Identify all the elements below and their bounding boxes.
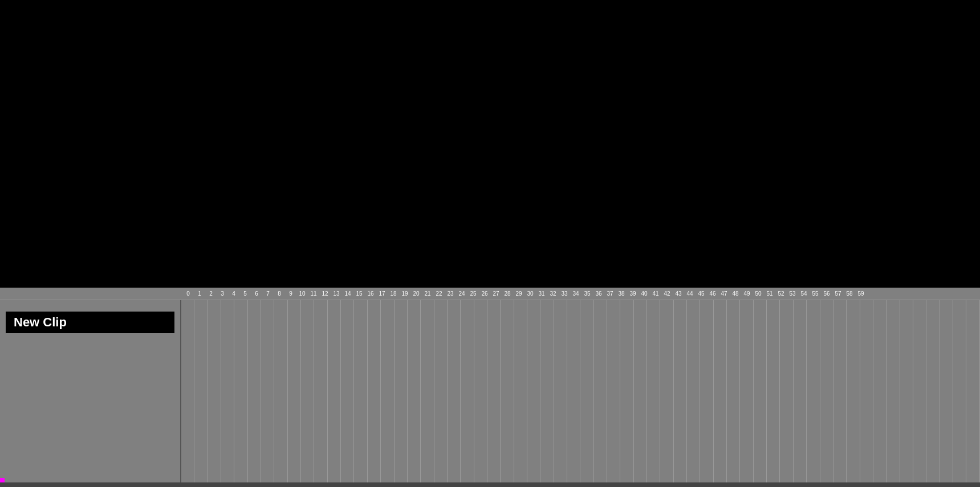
grid-column-59 (966, 300, 979, 482)
grid-column-18 (421, 300, 434, 482)
grid-column-33 (620, 300, 633, 482)
grid-column-13 (354, 300, 367, 482)
ruler-mark-4: 4 (228, 290, 239, 297)
ruler-mark-57: 57 (832, 290, 844, 297)
grid-column-4 (234, 300, 247, 482)
ruler-mark-23: 23 (445, 290, 456, 297)
grid-column-24 (501, 300, 514, 482)
grid-column-12 (341, 300, 354, 482)
grid-column-58 (953, 300, 966, 482)
grid-column-54 (900, 300, 913, 482)
grid-column-57 (940, 300, 953, 482)
ruler-mark-29: 29 (513, 290, 524, 297)
grid-column-42 (740, 300, 753, 482)
ruler-mark-6: 6 (251, 290, 262, 297)
ruler-mark-28: 28 (502, 290, 513, 297)
ruler-mark-12: 12 (319, 290, 331, 297)
new-clip-button[interactable]: New Clip (6, 312, 174, 333)
grid-column-36 (660, 300, 673, 482)
ruler-mark-27: 27 (490, 290, 502, 297)
grid-column-8 (288, 300, 301, 482)
ruler-mark-41: 41 (650, 290, 661, 297)
grid-column-38 (687, 300, 700, 482)
grid-column-14 (368, 300, 381, 482)
ruler-mark-3: 3 (217, 290, 228, 297)
grid-column-40 (714, 300, 727, 482)
grid-column-44 (767, 300, 780, 482)
playhead-indicator (0, 478, 5, 482)
ruler-mark-55: 55 (810, 290, 821, 297)
grid-column-23 (487, 300, 501, 482)
grid-column-22 (474, 300, 487, 482)
ruler-mark-7: 7 (262, 290, 274, 297)
ruler-marks: 0123456789101112131415161718192021222324… (182, 290, 867, 297)
ruler-mark-11: 11 (308, 290, 319, 297)
ruler-mark-49: 49 (741, 290, 753, 297)
ruler-mark-38: 38 (616, 290, 627, 297)
ruler-mark-16: 16 (365, 290, 376, 297)
grid-column-25 (514, 300, 527, 482)
grid-column-32 (607, 300, 620, 482)
ruler-mark-2: 2 (205, 290, 217, 297)
ruler-mark-26: 26 (479, 290, 490, 297)
ruler-mark-25: 25 (467, 290, 479, 297)
ruler-mark-30: 30 (524, 290, 536, 297)
timeline-ruler: 0123456789101112131415161718192021222324… (0, 288, 980, 300)
ruler-mark-37: 37 (604, 290, 616, 297)
ruler-mark-40: 40 (639, 290, 650, 297)
grid-column-27 (540, 300, 554, 482)
grid-column-56 (926, 300, 940, 482)
grid-column-39 (700, 300, 713, 482)
grid-column-55 (913, 300, 926, 482)
grid-column-9 (301, 300, 314, 482)
ruler-mark-20: 20 (410, 290, 422, 297)
ruler-mark-45: 45 (696, 290, 707, 297)
ruler-mark-43: 43 (673, 290, 684, 297)
ruler-mark-42: 42 (661, 290, 673, 297)
ruler-mark-33: 33 (559, 290, 570, 297)
grid-column-21 (461, 300, 474, 482)
grid-column-46 (794, 300, 807, 482)
ruler-mark-34: 34 (570, 290, 582, 297)
ruler-mark-58: 58 (844, 290, 855, 297)
ruler-mark-8: 8 (274, 290, 285, 297)
ruler-mark-18: 18 (388, 290, 399, 297)
grid-column-3 (221, 300, 234, 482)
ruler-mark-31: 31 (536, 290, 547, 297)
grid-column-20 (448, 300, 461, 482)
ruler-mark-21: 21 (422, 290, 433, 297)
grid-column-47 (807, 300, 820, 482)
timeline-bottom-bar (0, 482, 980, 487)
ruler-mark-22: 22 (433, 290, 445, 297)
ruler-mark-13: 13 (331, 290, 342, 297)
video-preview-area (0, 0, 980, 288)
ruler-mark-59: 59 (855, 290, 867, 297)
ruler-mark-44: 44 (684, 290, 696, 297)
ruler-mark-32: 32 (547, 290, 559, 297)
grid-column-1 (194, 300, 208, 482)
ruler-mark-36: 36 (593, 290, 604, 297)
grid-column-37 (674, 300, 687, 482)
ruler-mark-14: 14 (342, 290, 353, 297)
grid-column-6 (261, 300, 274, 482)
timeline-container: 0123456789101112131415161718192021222324… (0, 288, 980, 487)
ruler-mark-24: 24 (456, 290, 467, 297)
ruler-mark-39: 39 (627, 290, 639, 297)
ruler-mark-19: 19 (399, 290, 410, 297)
grid-column-49 (833, 300, 847, 482)
grid-column-52 (873, 300, 887, 482)
ruler-mark-47: 47 (718, 290, 730, 297)
ruler-mark-17: 17 (376, 290, 388, 297)
ruler-mark-50: 50 (753, 290, 764, 297)
track-content-area[interactable] (181, 300, 980, 482)
grid-column-45 (780, 300, 793, 482)
grid-column-35 (647, 300, 660, 482)
grid-column-28 (554, 300, 567, 482)
ruler-mark-54: 54 (798, 290, 810, 297)
grid-column-41 (727, 300, 740, 482)
grid-column-19 (434, 300, 448, 482)
ruler-mark-46: 46 (707, 290, 718, 297)
grid-column-31 (594, 300, 607, 482)
grid-column-15 (381, 300, 394, 482)
ruler-mark-56: 56 (821, 290, 832, 297)
